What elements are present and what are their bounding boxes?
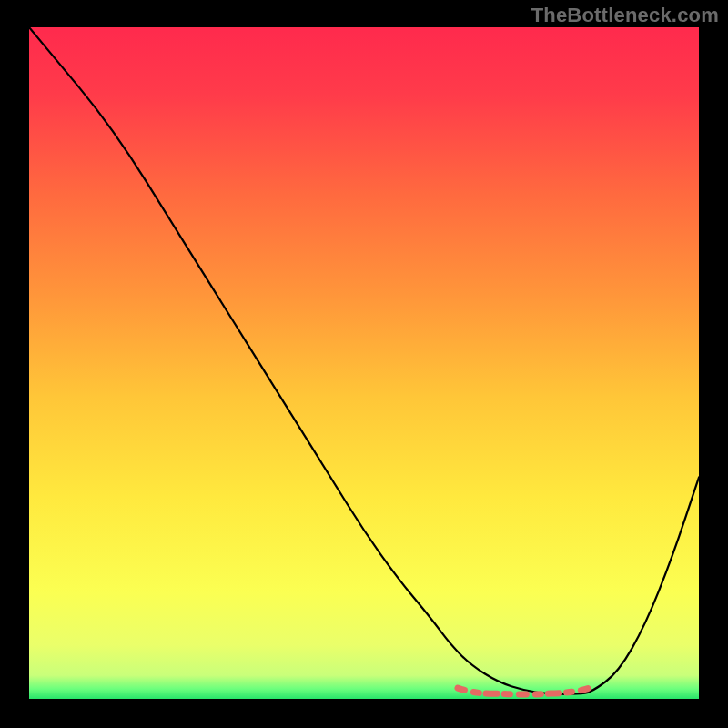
plot-area [29,27,699,699]
gradient-rect [29,27,699,699]
chart-svg [29,27,699,699]
watermark-text: TheBottleneck.com [531,4,719,27]
chart-frame: TheBottleneck.com [0,0,728,728]
